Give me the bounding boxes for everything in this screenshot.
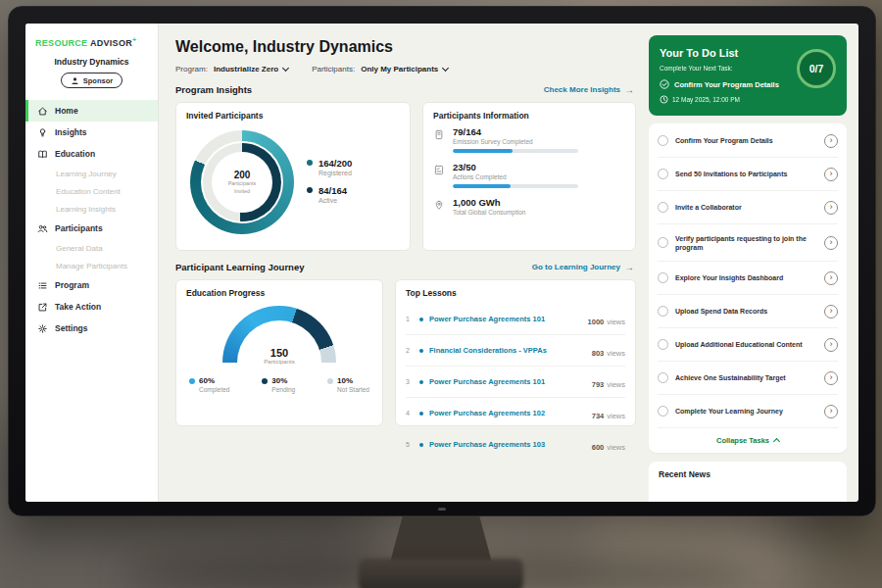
invited-participants-donut-chart: 200 Participants Invited — [190, 130, 294, 234]
sidebar-item-learning-journey[interactable]: Learning Journey — [25, 165, 158, 182]
lesson-row[interactable]: 3 Power Purchase Agreements 101 793views — [406, 367, 625, 398]
todo-task[interactable]: Complete Your Learning Journey › — [658, 395, 838, 428]
task-chevron-icon[interactable]: › — [824, 236, 838, 250]
lesson-row[interactable]: 2 Financial Considerations - VPPAs 803vi… — [406, 335, 625, 367]
donut-center-label: 200 Participants Invited — [190, 130, 294, 234]
monitor: RESOURCE ADVISOR+ Industry Dynamics Spon… — [8, 6, 876, 516]
task-checkbox[interactable] — [658, 237, 668, 248]
task-checkbox[interactable] — [658, 339, 668, 350]
chevron-up-icon — [773, 438, 780, 445]
org-name: Industry Dynamics — [25, 57, 158, 67]
sidebar: RESOURCE ADVISOR+ Industry Dynamics Spon… — [25, 24, 159, 502]
home-icon — [37, 106, 48, 117]
stat-global-consumption: 1,000 GWh Total Global Consumption — [433, 197, 625, 216]
sponsor-badge-label: Sponsor — [83, 76, 113, 85]
todo-task[interactable]: Achieve One Sustainability Target › — [658, 362, 838, 395]
lesson-row[interactable]: 4 Power Purchase Agreements 102 734views — [406, 398, 625, 429]
task-chevron-icon[interactable]: › — [824, 201, 838, 215]
chevron-down-icon — [442, 65, 449, 72]
task-checkbox[interactable] — [658, 372, 668, 383]
sidebar-item-take-action[interactable]: Take Action — [25, 296, 158, 318]
sidebar-item-label: Education Content — [56, 187, 121, 196]
task-chevron-icon[interactable]: › — [824, 305, 838, 318]
participants-icon — [37, 223, 48, 234]
emission-survey-icon — [433, 127, 445, 140]
sponsor-badge[interactable]: Sponsor — [61, 73, 122, 88]
gear-icon — [37, 323, 48, 334]
monitor-stand-base — [359, 559, 523, 588]
task-chevron-icon[interactable]: › — [824, 405, 838, 418]
insights-icon — [37, 127, 48, 138]
top-lessons-title: Top Lessons — [406, 288, 625, 298]
sidebar-item-program[interactable]: Program — [25, 274, 158, 296]
logo-plus: + — [132, 36, 136, 43]
dashboard-screen: RESOURCE ADVISOR+ Industry Dynamics Spon… — [25, 24, 858, 502]
page-title: Welcome, Industry Dynamics — [175, 38, 636, 56]
todo-task[interactable]: Explore Your Insights Dashboard › — [658, 262, 838, 295]
program-select-value: Industrialize Zero — [214, 65, 278, 74]
sidebar-item-learning-insights[interactable]: Learning Insights — [25, 200, 158, 218]
task-chevron-icon[interactable]: › — [824, 168, 838, 181]
sidebar-item-education-content[interactable]: Education Content — [25, 182, 158, 200]
arrow-right-icon: → — [624, 85, 634, 95]
donut-legend: 164/200Registered 84/164Active — [307, 149, 352, 213]
participants-select[interactable]: Only My Participants — [361, 65, 448, 74]
legend-dot — [307, 187, 313, 193]
check-more-insights-link[interactable]: Check More Insights→ — [544, 85, 634, 95]
sidebar-item-label: Manage Participants — [56, 262, 127, 270]
sidebar-item-label: Home — [55, 106, 78, 116]
task-checkbox[interactable] — [658, 406, 668, 416]
monitor-stand-neck — [390, 514, 492, 563]
section-title-program-insights: Program Insights — [175, 84, 252, 95]
education-progress-gauge-chart: 150 Participants — [222, 306, 336, 365]
sidebar-item-label: Insights — [55, 127, 87, 137]
task-checkbox[interactable] — [658, 169, 668, 179]
legend-registered: 164/200Registered — [307, 158, 352, 176]
task-checkbox[interactable] — [658, 272, 668, 283]
sidebar-item-education[interactable]: Education — [25, 143, 158, 165]
sidebar-item-participants[interactable]: Participants — [25, 218, 158, 239]
todo-task-list: Confirm Your Program Details › Send 50 I… — [649, 123, 847, 453]
gauge-center-label: 150 Participants — [222, 347, 336, 365]
stat-emission-survey: 79/164 Emission Survey Completed — [433, 126, 625, 153]
todo-task[interactable]: Invite a Collaborator › — [658, 191, 838, 224]
education-progress-card: Education Progress 150 Participants — [175, 279, 383, 426]
lesson-row[interactable]: 5 Power Purchase Agreements 103 600views — [406, 429, 625, 460]
todo-task[interactable]: Confirm Your Program Details › — [658, 124, 838, 158]
todo-task[interactable]: Send 50 Invitations to Participants › — [658, 158, 838, 191]
sidebar-item-label: Education — [55, 149, 95, 159]
stat-actions-completed: 23/50 Actions Completed — [433, 162, 625, 188]
go-to-learning-journey-link[interactable]: Go to Learning Journey→ — [532, 263, 634, 272]
task-checkbox[interactable] — [658, 202, 668, 213]
legend-active: 84/164Active — [307, 185, 352, 204]
sidebar-item-home[interactable]: Home — [25, 100, 158, 122]
sidebar-item-settings[interactable]: Settings — [25, 318, 158, 339]
task-checkbox[interactable] — [658, 306, 668, 317]
actions-progress-bar — [453, 184, 578, 188]
program-list-icon — [37, 280, 48, 291]
participants-information-title: Participants Information — [433, 111, 625, 121]
task-chevron-icon[interactable]: › — [824, 134, 838, 148]
main-content: Welcome, Industry Dynamics Program: Indu… — [159, 24, 649, 502]
todo-task[interactable]: Verify participants requesting to join t… — [658, 224, 838, 262]
task-chevron-icon[interactable]: › — [824, 271, 838, 285]
education-book-icon — [37, 149, 48, 160]
task-checkbox[interactable] — [658, 135, 668, 146]
lesson-row[interactable]: 1 Power Purchase Agreements 101 1000view… — [406, 304, 625, 335]
todo-next-task[interactable]: Confirm Your Program Details — [660, 79, 797, 89]
sidebar-item-insights[interactable]: Insights — [25, 122, 158, 143]
program-select[interactable]: Industrialize Zero — [214, 65, 288, 74]
collapse-tasks-link[interactable]: Collapse Tasks — [658, 428, 838, 450]
arrow-right-icon: → — [624, 263, 634, 272]
task-chevron-icon[interactable]: › — [824, 338, 838, 352]
recent-news-card: Recent News — [649, 462, 847, 502]
todo-panel: Your To Do List Complete Your Next Task:… — [649, 24, 858, 502]
participants-information-card: Participants Information 79/164 Emission… — [422, 102, 636, 251]
filters-bar: Program: Industrialize Zero Participants… — [175, 65, 636, 74]
todo-task[interactable]: Upload Additional Educational Content › — [658, 328, 838, 362]
lesson-dot — [419, 380, 423, 384]
sidebar-item-manage-participants[interactable]: Manage Participants — [25, 257, 158, 274]
todo-task[interactable]: Upload Spend Data Records › — [658, 295, 838, 328]
task-chevron-icon[interactable]: › — [824, 371, 838, 385]
sidebar-item-general-data[interactable]: General Data — [25, 239, 158, 257]
